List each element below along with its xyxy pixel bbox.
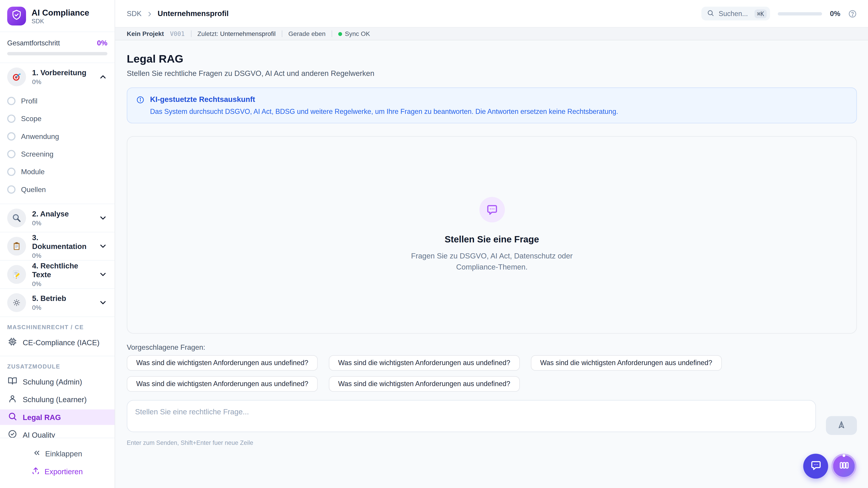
- section-betrieb[interactable]: 5. Betrieb 0%: [0, 289, 115, 316]
- suggestion-chip[interactable]: Was sind die wichtigsten Anforderungen a…: [329, 355, 520, 371]
- sidebar-item-label: Quellen: [21, 185, 46, 193]
- question-input[interactable]: [127, 400, 816, 432]
- app-subtitle: SDK: [32, 18, 89, 24]
- sidebar-item-profil[interactable]: Profil: [0, 92, 115, 109]
- export-button[interactable]: Exportieren: [0, 462, 115, 480]
- sidebar-item-label: Profil: [21, 96, 37, 105]
- sidebar-item-ai-quality[interactable]: AI Quality: [0, 426, 115, 437]
- divider: [282, 31, 282, 37]
- section-label: 3. Dokumentation: [32, 233, 92, 251]
- search-placeholder: Suchen...: [719, 10, 750, 18]
- section-label: 2. Analyse: [32, 210, 92, 219]
- page-title: Legal RAG: [127, 53, 857, 65]
- chevron-right-icon: [146, 10, 153, 17]
- chat-bubble-icon: [810, 459, 821, 473]
- memo-icon: [7, 265, 26, 284]
- info-banner-body: Das System durchsucht DSGVO, AI Act, BDS…: [150, 108, 618, 116]
- sidebar-item-scope[interactable]: Scope: [0, 109, 115, 127]
- search-button[interactable]: Suchen... ⌘K: [702, 6, 770, 20]
- app-window: AI Compliance SDK Gesamtfortschritt 0% 1…: [0, 0, 868, 488]
- section-label: 1. Vorbereitung: [32, 69, 92, 77]
- suggestion-row: Was sind die wichtigsten Anforderungen a…: [127, 355, 857, 371]
- shield-check-icon: [11, 9, 22, 23]
- search-icon: [707, 8, 714, 19]
- info-banner: KI-gestuetzte Rechtsauskunft Das System …: [127, 88, 857, 123]
- group-header-zusatzmodule: ZUSATZMODULE: [0, 356, 115, 373]
- chevron-down-icon: [98, 242, 107, 251]
- main-area: SDK Unternehmensprofil Suchen... ⌘K 0%: [115, 0, 868, 488]
- version-badge: V001: [170, 30, 185, 37]
- collapse-label: Einklappen: [45, 450, 82, 458]
- section-rechtliche-texte[interactable]: 4. Rechtliche Texte 0%: [0, 260, 115, 288]
- topbar-progress-value: 0%: [830, 9, 840, 18]
- chevron-down-icon: [98, 214, 107, 222]
- section-vorbereitung-items: Profil Scope Anwendung Screening Module …: [0, 91, 115, 204]
- help-icon[interactable]: [848, 9, 857, 18]
- sidebar-item-label: Module: [21, 167, 44, 176]
- sidebar-nav: 1. Vorbereitung 0% Profil Scope Anwendun…: [0, 63, 115, 437]
- topbar: SDK Unternehmensprofil Suchen... ⌘K 0%: [115, 0, 868, 27]
- overall-progress: Gesamtfortschritt 0%: [0, 32, 115, 63]
- send-arrow-icon: [837, 420, 846, 431]
- sidebar-item-label: Scope: [21, 114, 41, 123]
- send-button[interactable]: [826, 416, 857, 435]
- cpu-icon: [8, 337, 17, 348]
- app-title: AI Compliance: [32, 8, 89, 17]
- sidebar-item-anwendung[interactable]: Anwendung: [0, 127, 115, 145]
- sidebar-item-schulung-admin[interactable]: Schulung (Admin): [0, 373, 115, 391]
- section-percent: 0%: [32, 281, 92, 287]
- collapse-sidebar-button[interactable]: Einklappen: [0, 445, 115, 462]
- chat-bubble-icon: [479, 197, 505, 223]
- sidebar-item-legal-rag[interactable]: Legal RAG: [0, 410, 115, 425]
- section-percent: 0%: [32, 304, 92, 311]
- chat-panel: Stellen Sie eine Frage Fragen Sie zu DSG…: [127, 136, 857, 333]
- sidebar-item-ce-compliance[interactable]: CE-Compliance (IACE): [0, 334, 115, 351]
- app-logo: [7, 6, 26, 25]
- sidebar-item-screening[interactable]: Screening: [0, 145, 115, 163]
- chat-fab[interactable]: [803, 454, 828, 479]
- sidebar-item-schulung-learner[interactable]: Schulung (Learner): [0, 391, 115, 408]
- sidebar-item-module[interactable]: Module: [0, 163, 115, 180]
- upload-icon: [32, 466, 40, 476]
- input-hint: Enter zum Senden, Shift+Enter fuer neue …: [127, 439, 857, 446]
- sidebar-item-quellen[interactable]: Quellen: [0, 180, 115, 198]
- breadcrumb-root[interactable]: SDK: [127, 9, 142, 18]
- sync-status: Sync OK: [338, 31, 370, 37]
- project-name: Kein Projekt: [127, 31, 164, 37]
- suggestion-chip[interactable]: Was sind die wichtigsten Anforderungen a…: [127, 355, 318, 371]
- info-banner-title: KI-gestuetzte Rechtsauskunft: [150, 95, 618, 103]
- suggestion-row: Was sind die wichtigsten Anforderungen a…: [127, 376, 857, 392]
- breadcrumb-current: Unternehmensprofil: [158, 9, 228, 18]
- sidebar-item-label: CE-Compliance (IACE): [23, 338, 99, 347]
- chevron-down-icon: [98, 298, 107, 307]
- divider: [332, 31, 332, 37]
- suggestion-chip[interactable]: Was sind die wichtigsten Anforderungen a…: [329, 376, 520, 392]
- status-circle-icon: [7, 132, 16, 140]
- suggestions-label: Vorgeschlagene Fragen:: [127, 343, 857, 351]
- overall-progress-label: Gesamtfortschritt: [7, 39, 60, 47]
- empty-state-body: Fragen Sie zu DSGVO, AI Act, Datenschutz…: [406, 251, 578, 273]
- section-dokumentation[interactable]: 3. Dokumentation 0%: [0, 232, 115, 260]
- divider: [191, 31, 191, 37]
- suggestion-chip[interactable]: Was sind die wichtigsten Anforderungen a…: [127, 376, 318, 392]
- info-icon: [136, 95, 145, 116]
- question-input-row: [127, 400, 857, 432]
- notification-dot-icon: [842, 454, 845, 457]
- last-saved-time: Gerade eben: [288, 31, 326, 37]
- magnifier-icon: [7, 208, 26, 227]
- sidebar-item-label: Schulung (Admin): [23, 378, 82, 386]
- section-vorbereitung[interactable]: 1. Vorbereitung 0%: [0, 63, 115, 91]
- tour-fab[interactable]: [831, 454, 856, 479]
- breadcrumb: SDK Unternehmensprofil: [127, 9, 229, 18]
- overall-progress-value: 0%: [97, 39, 107, 47]
- section-percent: 0%: [32, 78, 92, 85]
- last-saved-value: Unternehmensprofil: [220, 31, 276, 37]
- export-label: Exportieren: [44, 467, 83, 476]
- status-bar: Kein Projekt V001 Zuletzt: Unternehmensp…: [115, 27, 868, 40]
- suggestion-chip[interactable]: Was sind die wichtigsten Anforderungen a…: [531, 355, 722, 371]
- search-icon: [8, 412, 17, 423]
- sidebar-item-label: Schulung (Learner): [23, 395, 87, 404]
- section-percent: 0%: [32, 252, 92, 259]
- section-analyse[interactable]: 2. Analyse 0%: [0, 204, 115, 232]
- last-saved: Zuletzt: Unternehmensprofil: [197, 31, 276, 37]
